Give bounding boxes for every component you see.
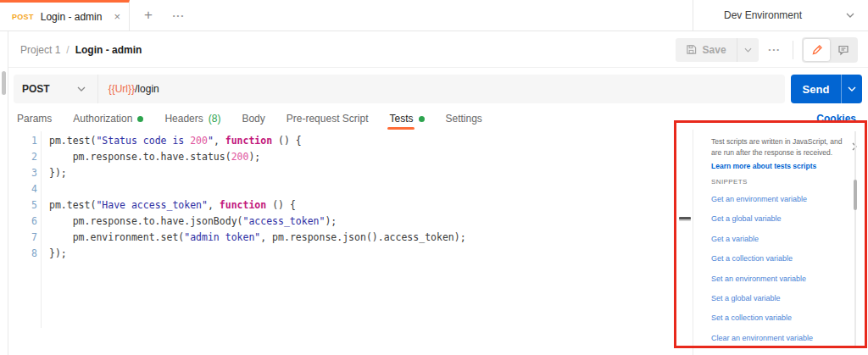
tab-title: Login - admin (41, 11, 103, 23)
tab-method-label: POST (12, 13, 34, 21)
close-icon[interactable]: × (114, 11, 120, 22)
snippet-link[interactable]: Set a collection variable (711, 308, 858, 328)
postman-app: POST Login - admin × + ••• Dev Environme… (0, 0, 868, 355)
line-number: 7 (8, 230, 37, 246)
green-dot-icon (419, 116, 425, 122)
code-line[interactable]: }); (49, 246, 690, 262)
save-button-group: Save (676, 38, 759, 62)
environment-label: Dev Environment (724, 9, 802, 21)
save-options-button[interactable] (737, 38, 759, 62)
save-button-label: Save (703, 44, 726, 56)
tests-info-text: Test scripts are written in JavaScript, … (711, 136, 842, 158)
gutter-border (41, 131, 42, 328)
learn-more-link[interactable]: Learn more about tests scripts (711, 162, 816, 170)
more-icon: ••• (769, 46, 781, 53)
new-tab-button[interactable]: + (136, 0, 160, 31)
chevron-down-icon (846, 13, 854, 18)
pencil-icon (811, 44, 823, 56)
comment-icon (837, 44, 849, 56)
request-tabs: ParamsAuthorizationHeaders(8)BodyPre-req… (17, 108, 482, 130)
edit-comment-toggle (802, 37, 858, 63)
tab-settings[interactable]: Settings (446, 108, 482, 130)
snippet-link[interactable]: Get a global variable (711, 209, 858, 229)
tests-info-line2: are run after the response is received. (711, 147, 842, 158)
tab-pre-request-script[interactable]: Pre-request Script (287, 108, 369, 130)
edit-mode-button[interactable] (804, 39, 830, 61)
code-line[interactable] (49, 181, 690, 197)
url-variable: {{Url}} (108, 83, 135, 95)
snippet-link[interactable]: Set an environment variable (711, 269, 858, 289)
green-dot-icon (137, 116, 143, 122)
method-selector[interactable]: POST (14, 75, 97, 103)
cookies-link[interactable]: Cookies (816, 113, 856, 125)
snippet-link[interactable]: Get a variable (711, 230, 858, 249)
gutter: 12345678 (8, 133, 37, 262)
snippets-list: Get an environment variableGet a global … (711, 190, 858, 348)
method-label: POST (22, 83, 50, 95)
code-line[interactable]: pm.response.to.have.status(200); (49, 149, 690, 165)
tab-headers[interactable]: Headers(8) (164, 108, 220, 130)
panel-resize-handle[interactable] (679, 217, 691, 219)
snippet-link[interactable]: Get a collection variable (711, 249, 858, 269)
plus-icon: + (144, 7, 153, 24)
request-tab[interactable]: POST Login - admin × (0, 0, 130, 31)
snippet-link[interactable]: Set a global variable (711, 289, 858, 308)
save-icon (686, 44, 697, 55)
panel-scrollbar-track[interactable] (854, 131, 856, 348)
url-input[interactable]: {{Url}}/login (98, 83, 159, 95)
chevron-down-icon (744, 47, 752, 53)
snippet-link[interactable]: Clear an environment variable (711, 329, 858, 348)
line-number: 3 (8, 165, 37, 181)
request-more-actions-button[interactable]: ••• (769, 46, 781, 53)
save-button[interactable]: Save (676, 38, 737, 62)
toolbar-divider (793, 41, 793, 59)
send-button[interactable]: Send (791, 75, 841, 103)
tab-authorization[interactable]: Authorization (73, 108, 143, 130)
line-number: 8 (8, 246, 37, 262)
chevron-down-icon (848, 86, 856, 92)
environment-selector[interactable]: Dev Environment (693, 0, 868, 31)
more-icon: ••• (173, 12, 185, 19)
breadcrumb-project[interactable]: Project 1 (20, 44, 60, 56)
snippets-panel: Test scripts are written in JavaScript, … (693, 130, 868, 355)
request-header-row: Project 1 / Login - admin Save ••• (8, 32, 868, 68)
line-number: 1 (8, 133, 37, 149)
line-number: 5 (8, 197, 37, 214)
snippets-section-label: SNIPPETS (711, 178, 748, 186)
line-number: 2 (8, 149, 37, 165)
panel-scrollbar-thumb[interactable] (854, 180, 857, 210)
send-button-group: Send (791, 75, 862, 103)
code-line[interactable]: }); (49, 165, 690, 181)
comment-mode-button[interactable] (830, 39, 856, 61)
request-tabs-row: ParamsAuthorizationHeaders(8)BodyPre-req… (8, 108, 868, 130)
breadcrumb-request-name: Login - admin (75, 44, 142, 56)
code-line[interactable]: pm.environment.set("admin token", pm.res… (49, 230, 690, 246)
send-options-button[interactable] (841, 75, 862, 103)
sidebar-drag-handle[interactable] (2, 71, 6, 95)
line-number: 4 (8, 181, 37, 197)
url-path: /login (135, 83, 159, 95)
code-lines: pm.test("Status code is 200", function (… (49, 133, 690, 262)
snippet-link[interactable]: Get an environment variable (711, 190, 858, 209)
tab-tests[interactable]: Tests (389, 108, 424, 130)
code-line[interactable]: pm.test("Status code is 200", function (… (49, 133, 690, 149)
tab-body[interactable]: Body (242, 108, 264, 130)
code-line[interactable]: pm.response.to.have.jsonBody("access_tok… (49, 214, 690, 230)
breadcrumb-separator: / (66, 44, 69, 56)
code-line[interactable]: pm.test("Have access_token", function ()… (49, 197, 690, 214)
request-toolbar: Save ••• (676, 37, 858, 63)
tab-options-button[interactable]: ••• (167, 0, 191, 31)
line-number: 6 (8, 214, 37, 230)
tests-script-editor[interactable]: 12345678 pm.test("Status code is 200", f… (8, 130, 692, 355)
tab-bar: POST Login - admin × + ••• Dev Environme… (0, 0, 868, 31)
tests-info-line1: Test scripts are written in JavaScript, … (711, 136, 842, 147)
sidebar-rail (0, 31, 8, 355)
url-bar: POST {{Url}}/login (14, 75, 785, 103)
tab-params[interactable]: Params (17, 108, 52, 130)
chevron-down-icon (77, 86, 86, 92)
